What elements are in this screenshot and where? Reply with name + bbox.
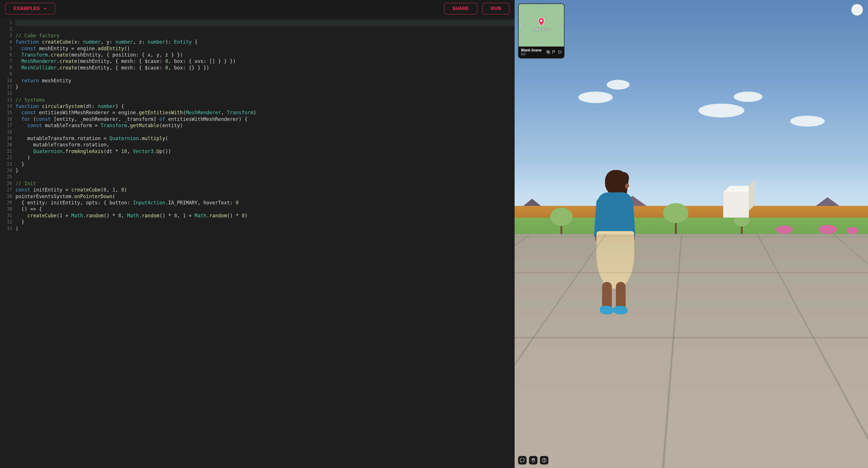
code-line[interactable]: mutableTransform.rotation, [16,142,515,148]
minimap-dir-n: N [540,5,542,8]
tree [550,208,572,236]
code-line[interactable] [16,26,515,32]
flag-icon[interactable] [552,50,556,54]
line-number: 28 [0,193,12,200]
line-number: 30 [0,206,12,212]
code-line[interactable] [16,71,515,77]
code-line[interactable]: function createCube(x: number, y: number… [16,39,515,45]
floor [515,234,868,468]
line-number: 7 [0,58,12,64]
line-number: 33 [0,225,12,232]
line-number: 8 [0,65,12,71]
code-line[interactable]: // Systems [16,97,515,103]
code-line[interactable]: const meshEntity = engine.addEntity() [16,46,515,52]
code-line[interactable]: } [16,219,515,225]
heart-icon[interactable] [558,50,562,54]
code-line[interactable] [16,90,515,96]
code-line[interactable]: function circularSystem(dt: number) { [16,103,515,109]
code-line[interactable]: const initEntity = createCube(8, 1, 8) [16,186,515,193]
code-line[interactable]: Quaternion.fromAngleAxis(dt * 10, Vector… [16,148,515,154]
toolbar-right: SHARE RUN [444,3,510,14]
share-button[interactable]: SHARE [444,3,477,14]
minimap-dir-e: E [561,24,563,27]
svg-rect-2 [547,51,549,53]
minimap-dir-w: W [520,24,523,27]
line-number: 19 [0,135,12,142]
line-number: 22 [0,154,12,161]
preview-pane[interactable]: N S W E Blank Scene Blank Scene 0,0 [515,0,868,468]
share-label: SHARE [452,6,469,11]
tree [663,203,688,235]
line-number: 12 [0,90,12,96]
line-number: 29 [0,200,12,206]
run-button[interactable]: RUN [483,3,509,14]
line-number: 20 [0,142,12,148]
code-line[interactable]: MeshCollider.create(meshEntity, { mesh: … [16,65,515,71]
chat-button[interactable] [518,456,527,465]
line-number: 2 [0,26,12,32]
code-line[interactable]: { entity: initEntity, opts: { button: In… [16,200,515,206]
help-button[interactable] [540,456,549,465]
line-number: 27 [0,186,12,193]
examples-label: EXAMPLES [13,6,40,11]
line-number: 4 [0,39,12,45]
line-number: 17 [0,122,12,128]
line-number: 9 [0,71,12,77]
code-line[interactable]: return meshEntity [16,78,515,84]
copy-icon[interactable] [546,50,550,54]
line-number: 5 [0,46,12,52]
scene-cube[interactable] [723,192,749,217]
code-editor[interactable]: 1234567891011121314151617181920212223242… [0,17,515,468]
code-line[interactable]: } [16,84,515,90]
run-label: RUN [491,6,501,11]
line-number: 1 [0,20,12,26]
minimap-title: Blank Scene [521,48,541,52]
editor-pane: EXAMPLES ▼ SHARE RUN 1234567891011121314… [0,0,515,468]
line-number: 6 [0,52,12,58]
emote-button[interactable] [529,456,537,465]
code-line[interactable]: ) [16,225,515,232]
bush [776,225,793,234]
code-line[interactable]: () => { [16,206,515,212]
code-line[interactable]: const entitiesWithMeshRenderer = engine.… [16,109,515,116]
code-line[interactable]: MeshRenderer.create(meshEntity, { mesh: … [16,58,515,64]
code-line[interactable]: mutableTransform.rotation = Quaternion.m… [16,135,515,142]
minimap-canvas[interactable]: N S W E Blank Scene [519,4,564,47]
toolbar: EXAMPLES ▼ SHARE RUN [0,0,515,17]
examples-dropdown-button[interactable]: EXAMPLES ▼ [5,3,55,14]
code-line[interactable]: // Init [16,180,515,186]
minimap-player-pin-icon [538,18,545,26]
svg-point-0 [540,20,542,22]
code-line[interactable]: Transform.create(meshEntity, { position:… [16,52,515,58]
player-avatar [585,169,642,318]
line-number: 3 [0,32,12,39]
minimap-actions [546,50,562,54]
code-line[interactable]: for (const [entity, _meshRenderer, _tran… [16,116,515,122]
code-line[interactable]: createCube(1 + Math.random() * 8, Math.r… [16,212,515,219]
line-number: 25 [0,174,12,180]
line-number-gutter: 1234567891011121314151617181920212223242… [0,17,16,468]
line-number: 24 [0,167,12,174]
code-line[interactable]: pointerEventsSystem.onPointerDown( [16,193,515,200]
code-line[interactable] [16,174,515,180]
code-line[interactable]: // Cube factory [16,32,515,39]
line-number: 16 [0,116,12,122]
code-content[interactable]: // Cube factoryfunction createCube(x: nu… [16,17,515,468]
code-line[interactable]: const mutableTransform = Transform.getMu… [16,122,515,128]
bush [847,227,858,234]
code-line[interactable] [16,20,515,26]
code-line[interactable]: } [16,161,515,167]
code-line[interactable]: } [16,167,515,174]
line-number: 10 [0,78,12,84]
line-number: 23 [0,161,12,167]
minimap-scene-label: Blank Scene [533,28,550,31]
chat-bubble-icon [520,458,525,463]
profile-avatar-button[interactable] [851,4,863,16]
hand-wave-icon [531,458,535,463]
code-line[interactable] [16,129,515,135]
minimap[interactable]: N S W E Blank Scene Blank Scene 0,0 [518,3,564,59]
line-number: 26 [0,180,12,186]
line-number: 31 [0,212,12,219]
code-line[interactable]: ) [16,154,515,161]
line-number: 15 [0,109,12,116]
